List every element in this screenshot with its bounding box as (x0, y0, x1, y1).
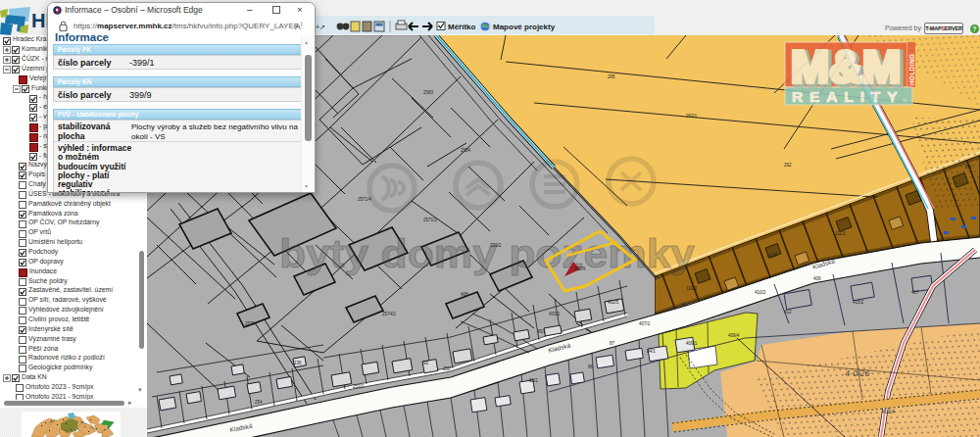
svg-text:Mapové projekty: Mapové projekty (493, 23, 556, 31)
svg-text:136: 136 (294, 361, 302, 365)
svg-text:412: 412 (784, 310, 792, 315)
svg-text:417: 417 (911, 290, 919, 295)
svg-text:415/2: 415/2 (853, 300, 864, 305)
svg-text:403/1: 403/1 (549, 312, 561, 316)
svg-text:253/2: 253/2 (353, 384, 365, 389)
svg-text:399/2: 399/2 (490, 243, 502, 248)
svg-text:402/5: 402/5 (608, 300, 619, 305)
svg-text:263/1: 263/1 (686, 114, 698, 119)
svg-text:252: 252 (443, 366, 451, 371)
svg-text:84/1: 84/1 (647, 349, 656, 354)
svg-text:45/1: 45/1 (537, 329, 546, 334)
svg-text:+↗: +↗ (316, 24, 325, 30)
svg-text:2571/4: 2571/4 (358, 197, 371, 202)
svg-text:265: 265 (608, 74, 615, 79)
svg-text:byty domy pozemky: byty domy pozemky (279, 232, 696, 275)
svg-text:86: 86 (588, 364, 594, 369)
svg-text:2574/2: 2574/2 (382, 312, 396, 316)
svg-text:151: 151 (964, 165, 972, 170)
svg-text:HOLDING: HOLDING (908, 54, 915, 85)
svg-text:111/2: 111/2 (835, 231, 846, 236)
svg-text:2584: 2584 (461, 148, 471, 153)
svg-text:254: 254 (255, 400, 263, 405)
svg-text:2571/1: 2571/1 (423, 218, 437, 222)
svg-text:410/2: 410/2 (755, 290, 766, 295)
svg-text:87: 87 (610, 341, 615, 346)
svg-text:®: ® (903, 98, 907, 104)
svg-text:409: 409 (813, 276, 821, 281)
svg-text:Měřítko: Měřítko (448, 23, 476, 31)
svg-text:409/4: 409/4 (728, 333, 740, 338)
svg-text:92: 92 (423, 361, 429, 365)
svg-text:409/1: 409/1 (686, 341, 698, 346)
svg-text:4-0/26: 4-0/26 (845, 368, 870, 378)
svg-text:41-1/4: 41-1/4 (882, 410, 895, 414)
svg-text:407/2: 407/2 (639, 321, 651, 326)
svg-text:110/3: 110/3 (686, 286, 697, 291)
svg-text:408: 408 (461, 292, 468, 297)
svg-text:399/9: 399/9 (574, 267, 586, 271)
svg-text:M&M: M&M (791, 41, 901, 92)
svg-text:2583: 2583 (423, 90, 434, 95)
svg-text:88/2: 88/2 (529, 378, 538, 383)
svg-text:110/8: 110/8 (766, 253, 777, 258)
svg-text:2579: 2579 (245, 321, 256, 326)
svg-text:262: 262 (784, 163, 792, 168)
